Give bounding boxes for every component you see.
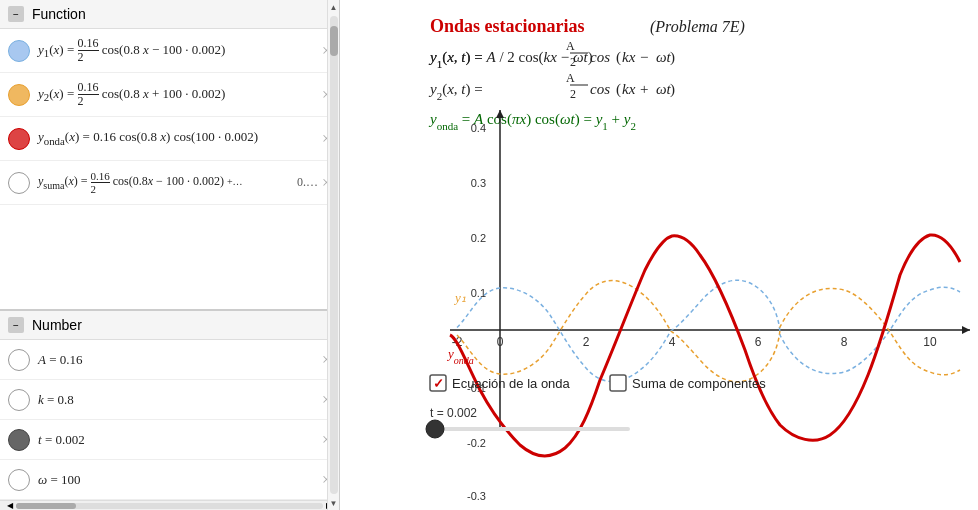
svg-text:2: 2: [583, 335, 590, 349]
graph-title-sub: (Problema 7E): [650, 18, 745, 36]
yonda-formula: yonda(x) = 0.16 cos(0.8 x) cos(100 · 0.0…: [38, 128, 318, 149]
left-panel-scrollbar[interactable]: ◀ ▶: [0, 500, 339, 510]
number-section: − Number A = 0.16 × k = 0.8 × t = 0.002 …: [0, 310, 339, 500]
legend-check2: [610, 375, 626, 391]
svg-text:y₁: y₁: [453, 290, 466, 305]
slider-label: t = 0.002: [430, 406, 477, 420]
slider-thumb: [426, 420, 444, 438]
svg-text:2: 2: [570, 87, 576, 101]
function-row-y2: y2(x) = 0.16 2 cos(0.8 x + 100 · 0.002) …: [0, 73, 339, 117]
svg-text:0.3: 0.3: [471, 177, 486, 189]
svg-text:A: A: [566, 71, 575, 85]
y2-formula: y2(x) = 0.16 2 cos(0.8 x + 100 · 0.002): [38, 81, 318, 108]
function-section-label: Function: [32, 6, 86, 22]
svg-text:6: 6: [755, 335, 762, 349]
svg-text:8: 8: [841, 335, 848, 349]
svg-text:+: +: [640, 81, 648, 97]
function-collapse-btn[interactable]: −: [8, 6, 24, 22]
svg-text:kx: kx: [622, 49, 636, 65]
A-value: A = 0.16: [38, 352, 318, 368]
svg-text:-0.3: -0.3: [467, 490, 486, 502]
right-panel: Ondas estacionarias (Problema 7E) y1(x, …: [340, 0, 978, 510]
svg-text:2: 2: [570, 55, 576, 69]
svg-text:(: (: [616, 49, 621, 66]
svg-text:10: 10: [923, 335, 937, 349]
omega-circle[interactable]: [8, 469, 30, 491]
k-value: k = 0.8: [38, 392, 318, 408]
ysuma-formula: ysuma(x) = 0.16 2 cos(0.8x − 100 · 0.002…: [38, 170, 295, 195]
y1-color-circle[interactable]: [8, 40, 30, 62]
legend-check1-mark: ✓: [433, 376, 444, 391]
graph-svg: Ondas estacionarias (Problema 7E) y1(x, …: [340, 0, 978, 510]
svg-text:kx: kx: [622, 81, 636, 97]
ysuma-color-circle[interactable]: [8, 172, 30, 194]
svg-text:): ): [670, 49, 675, 66]
svg-text:): ): [670, 81, 675, 98]
legend-label2: Suma de componentes: [632, 376, 766, 391]
number-row-omega: ω = 100 ×: [0, 460, 339, 500]
y2-color-circle[interactable]: [8, 84, 30, 106]
vert-scroll-down[interactable]: ▼: [328, 496, 340, 510]
y1-formula: y1(x) = 0.16 2 cos(0.8 x − 100 · 0.002): [38, 37, 318, 64]
function-row-ysuma: ysuma(x) = 0.16 2 cos(0.8x − 100 · 0.002…: [0, 161, 339, 205]
svg-text:0.4: 0.4: [471, 122, 486, 134]
vert-scroll-track: [330, 16, 338, 494]
function-list: y1(x) = 0.16 2 cos(0.8 x − 100 · 0.002) …: [0, 29, 339, 310]
svg-text:4: 4: [669, 335, 676, 349]
scroll-thumb[interactable]: [16, 503, 76, 509]
scroll-left-arrow[interactable]: ◀: [4, 500, 16, 511]
vert-scrollbar[interactable]: ▲ ▼: [327, 0, 339, 510]
yonda-color-circle[interactable]: [8, 128, 30, 150]
number-section-header: − Number: [0, 311, 339, 340]
left-panel: − Function y1(x) = 0.16 2 cos(0.8 x − 10…: [0, 0, 340, 510]
function-row-yonda: yonda(x) = 0.16 cos(0.8 x) cos(100 · 0.0…: [0, 117, 339, 161]
function-section-header: − Function: [0, 0, 339, 29]
svg-text:0.2: 0.2: [471, 232, 486, 244]
graph-title-main: Ondas estacionarias: [430, 16, 585, 36]
number-list: A = 0.16 × k = 0.8 × t = 0.002 × ω = 100…: [0, 340, 339, 500]
slider-track: [430, 427, 630, 431]
vert-scroll-up[interactable]: ▲: [328, 0, 340, 14]
svg-text:cos: cos: [590, 81, 610, 97]
svg-text:−: −: [640, 49, 648, 65]
scroll-track: [16, 503, 323, 509]
t-circle[interactable]: [8, 429, 30, 451]
ysuma-extra: 0.…: [297, 175, 318, 190]
graph-container: Ondas estacionarias (Problema 7E) y1(x, …: [340, 0, 978, 510]
number-row-A: A = 0.16 ×: [0, 340, 339, 380]
t-value: t = 0.002: [38, 432, 318, 448]
svg-text:-0.2: -0.2: [467, 437, 486, 449]
number-row-k: k = 0.8 ×: [0, 380, 339, 420]
omega-value: ω = 100: [38, 472, 318, 488]
function-row-y1: y1(x) = 0.16 2 cos(0.8 x − 100 · 0.002) …: [0, 29, 339, 73]
legend-label1: Ecuación de la onda: [452, 376, 571, 391]
A-circle[interactable]: [8, 349, 30, 371]
svg-text:(: (: [616, 81, 621, 98]
number-section-label: Number: [32, 317, 82, 333]
k-circle[interactable]: [8, 389, 30, 411]
number-row-t: t = 0.002 ×: [0, 420, 339, 460]
number-collapse-btn[interactable]: −: [8, 317, 24, 333]
vert-scroll-thumb[interactable]: [330, 26, 338, 56]
svg-text:0.1: 0.1: [471, 287, 486, 299]
svg-text:0: 0: [497, 335, 504, 349]
svg-text:A: A: [566, 39, 575, 53]
svg-text:cos: cos: [590, 49, 610, 65]
